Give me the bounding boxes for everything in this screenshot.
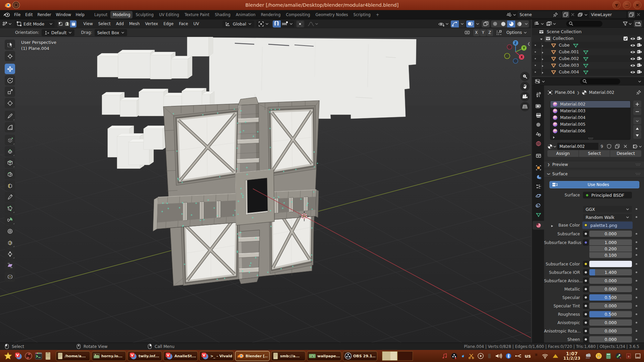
outliner-display-mode-dropdown[interactable] — [534, 21, 544, 26]
properties-tab-modifiers[interactable] — [533, 173, 544, 181]
tool-edge-slide[interactable] — [5, 237, 15, 248]
scene-selector-chevron[interactable] — [513, 13, 516, 16]
slot-expand-icon[interactable] — [552, 135, 555, 140]
xray-toggle[interactable] — [482, 20, 490, 27]
tray-volume[interactable] — [495, 353, 502, 359]
launcher-terminal[interactable] — [35, 352, 43, 360]
workspace-tab-rendering[interactable]: Rendering — [259, 11, 283, 18]
workspace-tab-layout[interactable]: Layout — [92, 11, 110, 18]
render-visibility-icon[interactable] — [637, 36, 642, 42]
tray-wifi[interactable] — [541, 353, 549, 359]
prop-slider[interactable]: 1.400 — [589, 269, 632, 276]
menu-help[interactable]: Help — [73, 10, 87, 19]
tool-select-box[interactable] — [5, 40, 15, 50]
workspace-2[interactable] — [397, 351, 413, 361]
drag-dropdown[interactable]: Select Box — [95, 29, 127, 36]
material-icon-dropdown[interactable] — [547, 144, 556, 149]
properties-tab-scene[interactable] — [533, 130, 544, 138]
tool-bevel[interactable] — [5, 169, 15, 179]
viewport-menu-select[interactable]: Select — [96, 19, 113, 28]
viewport-menu-face[interactable]: Face — [176, 19, 191, 28]
tray-dim[interactable] — [487, 353, 492, 359]
workspace-tab-uv-editing[interactable]: UV Editing — [157, 11, 181, 18]
workspace-tab-texture-paint[interactable]: Texture Paint — [182, 11, 212, 18]
viewport-menu-edge[interactable]: Edge — [161, 19, 176, 28]
overlays-settings-dropdown[interactable] — [475, 20, 480, 27]
disclosure-triangle[interactable] — [541, 57, 544, 62]
show-gizmo-toggle[interactable] — [451, 20, 459, 27]
pivot-point-dropdown[interactable] — [256, 20, 271, 27]
prop-slider[interactable]: 0.000 — [589, 278, 632, 284]
properties-tab-view-layer[interactable] — [533, 120, 544, 129]
texture-value[interactable]: palette1.png — [590, 222, 632, 229]
editor-type-button[interactable] — [2, 21, 12, 26]
tray-play[interactable] — [478, 353, 484, 359]
menu-file[interactable]: File — [12, 10, 23, 19]
gizmo-settings-dropdown[interactable] — [459, 20, 465, 27]
workspace-tab-modeling[interactable]: Modeling — [110, 11, 132, 18]
pin-icon[interactable] — [553, 12, 558, 17]
render-visibility-icon[interactable] — [637, 43, 642, 48]
tray-updates[interactable] — [552, 353, 559, 359]
decorator-dot[interactable] — [636, 322, 637, 323]
material-assign-button[interactable]: Assign — [547, 150, 579, 157]
use-nodes-button[interactable]: Use Nodes — [549, 181, 639, 188]
launcher-archive[interactable] — [45, 352, 51, 360]
workspace-tab-geometry-nodes[interactable]: Geometry Nodes — [313, 11, 351, 18]
tray-usb[interactable] — [515, 353, 521, 359]
outliner-row-cube-003[interactable]: Cube.003 — [532, 62, 644, 69]
tool-shrink-fatten[interactable] — [5, 249, 15, 259]
visibility-eye-icon[interactable] — [630, 37, 636, 42]
tool-extrude-region[interactable] — [5, 146, 15, 157]
decorator-dot[interactable] — [636, 208, 637, 210]
tray-dictionary[interactable]: a — [626, 353, 632, 359]
add-workspace-button[interactable]: + — [374, 11, 382, 18]
outliner-filter-options-dropdown[interactable] — [623, 21, 632, 26]
slot-specials-dropdown[interactable] — [633, 117, 641, 124]
nav-zoom-button[interactable] — [520, 72, 530, 81]
tool-rip-region[interactable] — [5, 272, 15, 282]
outliner-row-cube-002[interactable]: Cube.002 — [532, 55, 644, 62]
prop-slider[interactable]: 0.500 — [589, 311, 632, 317]
decorator-dot[interactable] — [636, 263, 637, 265]
decorator-dot[interactable] — [636, 254, 637, 256]
nav-pan-button[interactable] — [520, 82, 530, 91]
window-minimize-button[interactable]: − — [623, 1, 631, 9]
viewport-menu-view[interactable]: View — [80, 19, 95, 28]
tray-dot[interactable] — [461, 354, 465, 358]
mirror-axis-z[interactable]: Z — [487, 29, 493, 36]
proportional-falloff-dropdown[interactable] — [306, 20, 320, 27]
material-name-field[interactable]: Material.002 — [557, 143, 598, 150]
properties-editor-type-dropdown[interactable] — [535, 79, 545, 84]
decorator-dot[interactable] — [636, 330, 637, 332]
prop-slider[interactable]: 0.500 — [589, 294, 632, 301]
menu-render[interactable]: Render — [35, 10, 54, 19]
decorator-dot[interactable] — [636, 297, 637, 298]
workspace-tab-animation[interactable]: Animation — [233, 11, 258, 18]
properties-tab-material[interactable] — [533, 221, 544, 230]
workspace-1[interactable] — [382, 351, 397, 361]
tool-annotate[interactable] — [5, 111, 15, 121]
disclosure-triangle[interactable] — [541, 50, 544, 55]
mirror-axis-x[interactable]: X — [473, 29, 480, 36]
snap-settings-dropdown[interactable] — [281, 20, 294, 27]
taskbar-window-analiest-[interactable]: AnalieSt... — [163, 351, 198, 361]
view-layer-selector[interactable]: ViewLayer — [589, 11, 627, 18]
scene-selector[interactable]: Scene — [518, 11, 561, 18]
material-slot[interactable]: Material.006 — [550, 128, 630, 134]
workspace-tab-compositing[interactable]: Compositing — [283, 11, 312, 18]
decorator-dot[interactable] — [636, 272, 637, 273]
select-mode-edge[interactable] — [64, 20, 70, 27]
tool-spin[interactable] — [5, 215, 15, 225]
move-slot-down-button[interactable] — [633, 132, 641, 139]
material-slot[interactable]: Material.005 — [550, 121, 630, 128]
scene-copy-button[interactable] — [562, 11, 569, 18]
menu-edit[interactable]: Edit — [23, 10, 35, 19]
render-visibility-icon[interactable] — [637, 70, 642, 75]
tool-shear[interactable] — [5, 260, 15, 270]
decorator-dot[interactable] — [636, 241, 637, 243]
prop-enum-dropdown[interactable]: Random Walk — [583, 214, 632, 221]
material-slot[interactable]: Material.003 — [550, 108, 630, 114]
tray-scissors[interactable] — [468, 353, 474, 359]
tool-loop-cut[interactable] — [5, 180, 15, 191]
